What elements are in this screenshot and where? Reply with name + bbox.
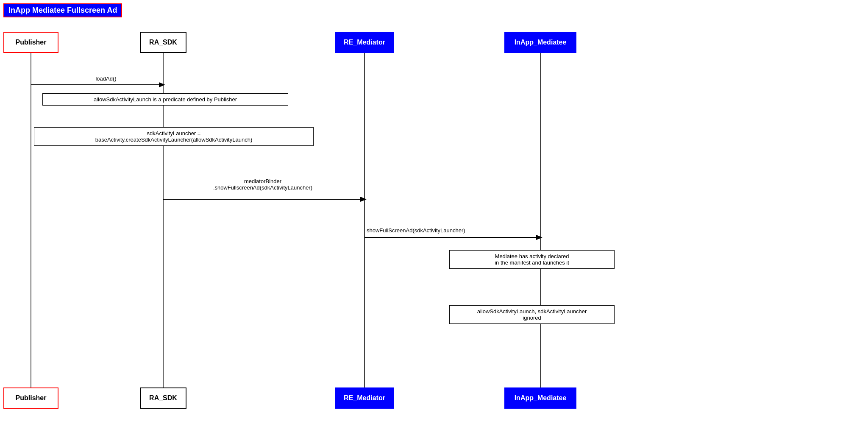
note-sdk-activity: sdkActivityLauncher = baseActivity.creat… bbox=[34, 127, 314, 146]
actor-publisher-bot: Publisher bbox=[3, 387, 58, 409]
actor-inapp-top: InApp_Mediatee bbox=[504, 32, 576, 53]
svg-marker-7 bbox=[360, 197, 367, 202]
msg-loadad: loadAd() bbox=[64, 75, 148, 82]
actor-remediator-top: RE_Mediator bbox=[335, 32, 394, 53]
svg-marker-5 bbox=[159, 82, 165, 87]
actor-inapp-bot: InApp_Mediatee bbox=[504, 387, 576, 409]
svg-marker-9 bbox=[536, 235, 542, 240]
note-mediatee-activity: Mediatee has activity declared in the ma… bbox=[449, 250, 615, 269]
diagram-container: InApp Mediatee Fullscreen Ad Publisher R… bbox=[0, 0, 868, 432]
msg-mediatorbinder: mediatorBinder .showFullscreenAd(sdkActi… bbox=[178, 178, 348, 191]
diagram-svg bbox=[0, 0, 868, 432]
note-ignored: allowSdkActivityLaunch, sdkActivityLaunc… bbox=[449, 305, 615, 324]
actor-rasdk-bot: RA_SDK bbox=[140, 387, 186, 409]
note-predicate: allowSdkActivityLaunch is a predicate de… bbox=[42, 93, 288, 106]
actor-publisher-top: Publisher bbox=[3, 32, 58, 53]
msg-showfullscreen: showFullScreenAd(sdkActivityLauncher) bbox=[367, 227, 528, 234]
diagram-title: InApp Mediatee Fullscreen Ad bbox=[3, 3, 122, 17]
actor-remediator-bot: RE_Mediator bbox=[335, 387, 394, 409]
actor-rasdk-top: RA_SDK bbox=[140, 32, 186, 53]
